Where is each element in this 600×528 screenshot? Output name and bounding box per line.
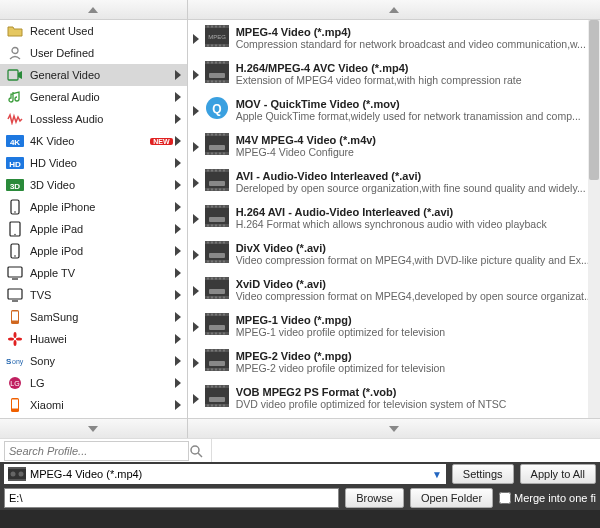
svg-rect-139 (207, 314, 209, 316)
format-item[interactable]: VOB MPEG2 PS Format (*.vob)DVD video pro… (188, 380, 600, 416)
svg-rect-85 (215, 170, 217, 172)
format-item[interactable]: H.264 AVI - Audio-Video Interleaved (*.a… (188, 200, 600, 236)
chevron-right-icon (173, 224, 183, 234)
right-collapse-up[interactable] (188, 0, 600, 20)
svg-line-193 (198, 453, 202, 457)
format-title: M4V MPEG-4 Video (*.m4v) (236, 134, 596, 146)
format-item[interactable]: MPEG-2 Video (*.mpg)MPEG-2 video profile… (188, 344, 600, 380)
format-item[interactable]: H.264/MPEG-4 AVC Video (*.mp4)Extension … (188, 56, 600, 92)
svg-rect-100 (219, 206, 221, 208)
apply-all-button[interactable]: Apply to All (520, 464, 596, 484)
svg-rect-142 (219, 314, 221, 316)
lossless-icon (6, 111, 24, 127)
format-title: MPEG-4 Video (*.mp4) (236, 26, 596, 38)
svg-rect-129 (223, 278, 225, 280)
svg-rect-80 (205, 169, 229, 191)
category-item[interactable]: Apple TV (0, 262, 187, 284)
svg-rect-39 (207, 26, 209, 28)
format-title: MPEG-2 Video (*.mpg) (236, 350, 596, 362)
category-item[interactable]: 4K4K VideoNEW (0, 130, 187, 152)
left-collapse-down[interactable] (0, 418, 187, 438)
category-item[interactable]: SonySony (0, 350, 187, 372)
output-path-input[interactable] (4, 488, 339, 508)
format-item[interactable]: AVI - Audio-Video Interleaved (*.avi)Der… (188, 164, 600, 200)
format-item[interactable]: MPEG-1 Video (*.mpg)MPEG-1 video profile… (188, 308, 600, 344)
category-label: 4K Video (30, 135, 146, 147)
category-item[interactable]: Apple iPod (0, 240, 187, 262)
category-item[interactable]: Apple iPad (0, 218, 187, 240)
svg-rect-105 (219, 225, 221, 227)
format-description: Apple QuickTime format,widely used for n… (236, 110, 596, 122)
category-item[interactable]: Apple iPhone (0, 196, 187, 218)
svg-rect-66 (205, 133, 229, 155)
format-item[interactable]: M4V MPEG-4 Video (*.m4v)MPEG-4 Video Con… (188, 128, 600, 164)
category-label: Sony (30, 355, 173, 367)
svg-rect-69 (207, 134, 209, 136)
svg-rect-14 (8, 267, 22, 277)
svg-rect-135 (209, 289, 225, 294)
svg-rect-92 (223, 189, 225, 191)
format-description: Video compression format on MPEG4,develo… (236, 290, 596, 302)
format-item[interactable]: QMOV - QuickTime Video (*.mov)Apple Quic… (188, 92, 600, 128)
svg-rect-57 (223, 62, 225, 64)
svg-rect-29 (12, 400, 18, 409)
svg-rect-45 (211, 45, 213, 47)
search-input[interactable] (4, 441, 189, 461)
format-item[interactable]: DivX Video (*.avi)Video compression form… (188, 236, 600, 272)
chevron-right-icon (173, 356, 183, 366)
chevron-right-icon (190, 383, 202, 413)
settings-button[interactable]: Settings (452, 464, 514, 484)
svg-rect-46 (215, 45, 217, 47)
svg-point-22 (8, 338, 14, 341)
format-title: XviD Video (*.avi) (236, 278, 596, 290)
category-item[interactable]: Lossless Audio (0, 108, 187, 130)
3d-icon: 3D (6, 177, 24, 193)
category-item[interactable]: LGLG (0, 372, 187, 394)
svg-rect-173 (211, 405, 213, 407)
category-item[interactable]: User Defined (0, 42, 187, 64)
chevron-right-icon (190, 131, 202, 161)
svg-point-20 (14, 332, 17, 338)
svg-rect-134 (223, 297, 225, 299)
category-label: Apple iPod (30, 245, 173, 257)
format-description: MPEG-1 video profile optimized for telev… (236, 326, 596, 338)
category-item[interactable]: TVS (0, 284, 187, 306)
chevron-right-icon (190, 167, 202, 197)
category-item[interactable]: Huawei (0, 328, 187, 350)
category-item[interactable]: General Video (0, 64, 187, 86)
category-item[interactable]: Recent Used (0, 20, 187, 42)
category-label: General Audio (30, 91, 173, 103)
svg-rect-141 (215, 314, 217, 316)
category-label: SamSung (30, 311, 173, 323)
profile-select[interactable]: MPEG-4 Video (*.mp4) ▼ (4, 464, 446, 484)
category-label: LG (30, 377, 173, 389)
format-item[interactable]: XviD Video (*.avi)Video compression form… (188, 272, 600, 308)
category-item[interactable]: 3D3D Video (0, 174, 187, 196)
search-icon[interactable] (189, 444, 207, 458)
svg-rect-107 (209, 217, 225, 222)
browse-button[interactable]: Browse (345, 488, 404, 508)
svg-rect-198 (8, 479, 26, 481)
profile-label: MPEG-4 Video (*.mp4) (30, 468, 142, 480)
svg-rect-118 (215, 261, 217, 263)
svg-rect-79 (209, 145, 225, 150)
svg-rect-59 (211, 81, 213, 83)
merge-checkbox[interactable]: Merge into one fi (499, 492, 596, 504)
scrollbar-vertical[interactable] (588, 20, 600, 418)
left-collapse-up[interactable] (0, 0, 187, 20)
merge-checkbox-input[interactable] (499, 492, 511, 504)
svg-rect-93 (209, 181, 225, 186)
category-item[interactable]: General Audio (0, 86, 187, 108)
category-item[interactable]: SamSung (0, 306, 187, 328)
chevron-right-icon (190, 239, 202, 269)
right-collapse-down[interactable] (188, 418, 600, 438)
xiaomi-icon (6, 397, 24, 413)
svg-rect-115 (223, 242, 225, 244)
open-folder-button[interactable]: Open Folder (410, 488, 493, 508)
chevron-right-icon (173, 334, 183, 344)
chevron-right-icon (173, 312, 183, 322)
format-item[interactable]: MPEGMPEG-4 Video (*.mp4)Compression stan… (188, 20, 600, 56)
category-item[interactable]: Xiaomi (0, 394, 187, 416)
category-item[interactable]: HDHD Video (0, 152, 187, 174)
scrollbar-thumb[interactable] (589, 20, 599, 180)
